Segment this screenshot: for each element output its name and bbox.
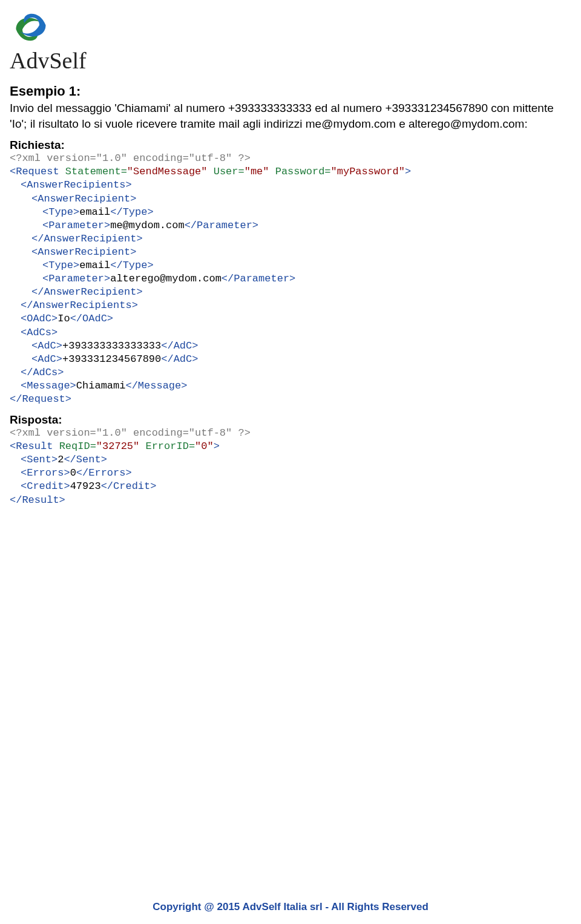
adcs-close: </AdCs> xyxy=(21,367,64,378)
attr-statement: Statement= xyxy=(65,166,127,177)
result-open: <Result xyxy=(10,441,59,452)
footer-copyright: Copyright @ 2015 AdvSelf Italia srl - Al… xyxy=(0,901,581,913)
message-close: </Message> xyxy=(125,380,187,392)
answerrecipient-close-2: </AnswerRecipient> xyxy=(31,286,143,298)
type-text-2: email xyxy=(79,260,110,271)
answerrecipients-open: <AnswerRecipients> xyxy=(21,179,132,191)
parameter-open-2: <Parameter> xyxy=(42,273,110,284)
logo-icon xyxy=(10,6,52,48)
logo-text: AdvSelf xyxy=(10,47,571,74)
example-intro: Invio del messaggio 'Chiamami' al numero… xyxy=(10,100,571,131)
adc-close-1: </AdC> xyxy=(161,340,198,352)
attr-statement-value: "SendMessage" xyxy=(127,166,208,177)
type-close-2: </Type> xyxy=(110,260,153,271)
type-open-1: <Type> xyxy=(42,206,79,218)
answerrecipient-close-1: </AnswerRecipient> xyxy=(31,233,143,244)
parameter-text-2: alterego@mydom.com xyxy=(110,273,222,284)
oadc-text: Io xyxy=(57,313,70,324)
parameter-close-1: </Parameter> xyxy=(185,220,258,231)
attr-errorid-value: "0" xyxy=(195,441,214,452)
oadc-open: <OAdC> xyxy=(21,313,57,324)
result-close: </Result> xyxy=(10,494,65,506)
attr-password-value: "myPassword" xyxy=(331,166,405,177)
example-heading: Esempio 1: xyxy=(10,84,571,99)
answerrecipient-open-2: <AnswerRecipient> xyxy=(31,246,136,258)
response-label: Risposta: xyxy=(10,413,571,427)
request-close: </Request> xyxy=(10,393,71,405)
sent-text: 2 xyxy=(57,454,64,465)
xml-declaration-2: <?xml version="1.0" encoding="utf-8" ?> xyxy=(10,427,251,439)
adc-text-1: +393333333333333 xyxy=(62,340,161,352)
credit-open: <Credit> xyxy=(21,480,70,492)
adc-close-2: </AdC> xyxy=(161,353,198,365)
parameter-text-1: me@mydom.com xyxy=(110,220,184,231)
type-close-1: </Type> xyxy=(110,206,153,218)
logo: AdvSelf xyxy=(10,6,571,74)
answerrecipients-close: </AnswerRecipients> xyxy=(21,300,138,311)
attr-password: Password= xyxy=(269,166,331,177)
oadc-close: </OAdC> xyxy=(70,313,113,324)
parameter-close-2: </Parameter> xyxy=(222,273,295,284)
message-open: <Message> xyxy=(21,380,76,392)
type-open-2: <Type> xyxy=(42,260,79,271)
credit-close: </Credit> xyxy=(101,480,157,492)
answerrecipient-open-1: <AnswerRecipient> xyxy=(31,193,136,205)
parameter-open-1: <Parameter> xyxy=(42,220,110,231)
attr-errorid: ErrorID= xyxy=(139,441,195,452)
request-open-end: > xyxy=(405,166,411,177)
attr-user-value: "me" xyxy=(245,166,269,177)
request-label: Richiesta: xyxy=(10,139,571,152)
sent-close: </Sent> xyxy=(64,454,107,465)
adc-open-2: <AdC> xyxy=(31,353,62,365)
adcs-open: <AdCs> xyxy=(21,327,57,338)
attr-user: User= xyxy=(207,166,244,177)
sent-open: <Sent> xyxy=(21,454,57,465)
errors-text: 0 xyxy=(70,467,76,479)
xml-declaration: <?xml version="1.0" encoding="utf-8" ?> xyxy=(10,152,251,164)
credit-text: 47923 xyxy=(70,480,101,492)
request-open: <Request xyxy=(10,166,65,177)
response-xml: <?xml version="1.0" encoding="utf-8" ?> … xyxy=(10,427,571,507)
result-open-end: > xyxy=(214,441,220,452)
errors-close: </Errors> xyxy=(76,467,132,479)
adc-text-2: +393331234567890 xyxy=(62,353,161,365)
errors-open: <Errors> xyxy=(21,467,70,479)
attr-reqid-value: "32725" xyxy=(96,441,139,452)
type-text-1: email xyxy=(79,206,110,218)
adc-open-1: <AdC> xyxy=(31,340,62,352)
attr-reqid: ReqID= xyxy=(59,441,96,452)
request-xml: <?xml version="1.0" encoding="utf-8" ?> … xyxy=(10,152,571,406)
message-text: Chiamami xyxy=(76,380,126,392)
